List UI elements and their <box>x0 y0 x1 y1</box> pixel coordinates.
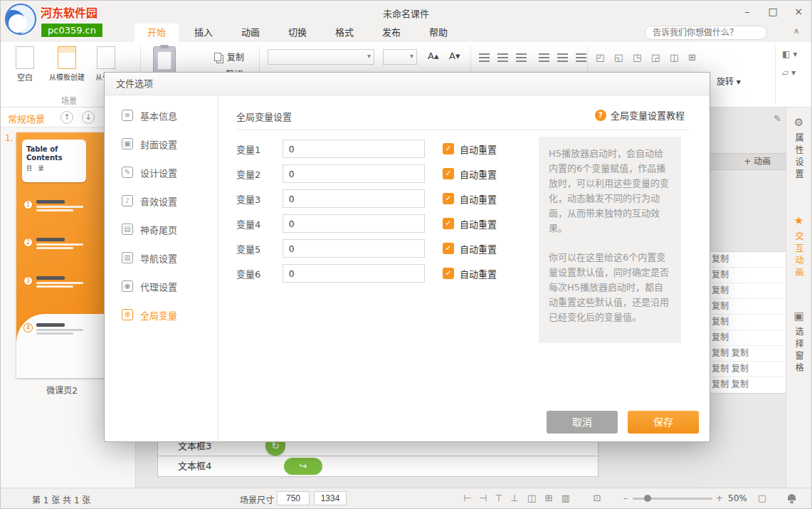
nav-magic-endpage[interactable]: ▤ 神奇尾页 <box>105 215 218 243</box>
preview-icon[interactable]: ⊡ <box>590 493 604 503</box>
paste-icon[interactable] <box>153 46 176 73</box>
grid-icon[interactable]: ▥ <box>559 493 573 503</box>
textbox-row[interactable]: 文本框4 <box>158 456 598 476</box>
fullscreen-icon[interactable]: ▢ <box>755 493 769 503</box>
tab-help[interactable]: 帮助 <box>416 23 460 42</box>
variable-5-input[interactable] <box>283 239 425 258</box>
outline-color-icon: ▱ <box>782 68 789 78</box>
nav-basic-info[interactable]: ≡ 基本信息 <box>105 101 218 130</box>
zoom-slider-handle[interactable] <box>644 495 651 502</box>
tab-format[interactable]: 格式 <box>322 23 367 42</box>
shrink-font-button[interactable]: A▾ <box>449 51 460 61</box>
align-objects-bottom-icon[interactable]: ◲ <box>651 52 660 63</box>
scenes-panel-title: 常规场景 <box>8 112 45 125</box>
tutorial-link[interactable]: ? 全局变量设置教程 <box>595 108 685 122</box>
nav-navigation-settings[interactable]: ▥ 导航设置 <box>105 243 218 272</box>
minimize-button[interactable]: – <box>734 1 760 23</box>
align-left-objects-icon[interactable]: ⊢ <box>460 493 475 503</box>
tab-insert[interactable]: 插入 <box>181 23 226 42</box>
move-scene-down-button[interactable]: ↓ <box>82 111 95 124</box>
distribute-horizontal-icon[interactable]: ◫ <box>670 52 678 63</box>
numbered-list-icon[interactable] <box>497 53 508 62</box>
align-right-objects-icon[interactable]: ⊣ <box>476 493 490 503</box>
variable-row: 变量1 ✓ 自动重置 <box>236 140 497 158</box>
selection-pane-button[interactable]: ▣ 选择窗格 <box>786 310 811 377</box>
auto-reset-checkbox[interactable]: ✓ <box>443 218 454 229</box>
scene-width-input[interactable] <box>277 491 310 505</box>
interaction-badge-pill[interactable]: ↪ <box>284 458 322 475</box>
align-objects-top-icon[interactable]: ◳ <box>633 52 641 63</box>
save-button[interactable]: 保存 <box>628 411 699 434</box>
move-scene-up-button[interactable]: ↑ <box>60 111 73 124</box>
center-horizontal-icon[interactable]: ◫ <box>524 493 539 503</box>
variable-row: 变量6 ✓ 自动重置 <box>236 264 497 283</box>
slide-thumbnail[interactable]: Table of Contents 目 录 1 2 3 4 <box>16 132 107 378</box>
scene-height-input[interactable] <box>314 491 347 505</box>
zoom-out-button[interactable]: – <box>618 493 633 503</box>
font-size-select[interactable]: ▾ <box>383 49 417 65</box>
tab-animation[interactable]: 动画 <box>228 23 273 42</box>
tab-transition[interactable]: 切换 <box>275 23 320 42</box>
navigation-icon: ▥ <box>122 252 133 263</box>
tab-home[interactable]: 开始 <box>135 23 179 42</box>
auto-reset-checkbox[interactable]: ✓ <box>443 268 454 279</box>
properties-panel-button[interactable]: ⚙ 属性设置 <box>786 116 811 184</box>
align-bottom-objects-icon[interactable]: ⊥ <box>507 493 522 503</box>
window-controls: – □ × <box>734 1 811 23</box>
cancel-button[interactable]: 取消 <box>547 411 618 434</box>
line-spacing-icon[interactable] <box>516 53 527 62</box>
distribute-vertical-icon[interactable]: ⊞ <box>688 52 696 63</box>
variable-3-input[interactable] <box>283 189 425 208</box>
nav-sound-settings[interactable]: ♪ 音效设置 <box>105 187 218 215</box>
ribbon-tab-bar: 开始 插入 动画 切换 格式 发布 帮助 ∧ <box>1 23 811 42</box>
rotate-button[interactable]: 旋转 ▾ <box>717 75 741 87</box>
ribbon-tabs: 开始 插入 动画 切换 格式 发布 帮助 <box>135 23 463 42</box>
nav-design-settings[interactable]: ✎ 设计设置 <box>105 158 218 187</box>
bullet-list-icon[interactable] <box>479 53 490 62</box>
close-button[interactable]: × <box>786 1 811 23</box>
maximize-button[interactable]: □ <box>760 1 786 23</box>
variable-1-input[interactable] <box>283 140 425 158</box>
align-right-icon[interactable] <box>576 53 586 62</box>
app-window: 未命名课件 – □ × 河东软件园 pc0359.cn 开始 插入 动画 切换 … <box>0 0 812 509</box>
copy-button[interactable]: 复制 <box>214 51 244 63</box>
new-from-template-button[interactable]: 从模板创建 <box>45 46 89 82</box>
font-family-select[interactable]: ▾ <box>268 49 374 65</box>
variable-2-input[interactable] <box>283 164 425 183</box>
info-icon: ≡ <box>122 110 133 121</box>
variable-4-input[interactable] <box>283 214 425 233</box>
align-left-icon[interactable] <box>539 53 549 62</box>
variable-rows: 变量1 ✓ 自动重置 变量2 ✓ 自动重置 变量3 ✓ 自动重置 <box>236 140 497 289</box>
slide-caption: 微课页2 <box>16 384 107 396</box>
dialog-content: 全局变量设置 ? 全局变量设置教程 变量1 ✓ 自动重置 变量2 ✓ 自动重置 <box>218 95 710 441</box>
divider <box>775 46 776 103</box>
align-top-objects-icon[interactable]: ⊤ <box>492 493 506 503</box>
fill-color-button[interactable]: ◧ ▾ <box>782 49 797 59</box>
tab-publish[interactable]: 发布 <box>369 23 413 42</box>
align-objects-right-icon[interactable]: ◱ <box>614 52 623 63</box>
auto-reset-checkbox[interactable]: ✓ <box>443 143 454 154</box>
thumbnail-item: 2 <box>23 238 83 251</box>
new-blank-scene-button[interactable]: 空白 <box>6 46 43 83</box>
edit-pencil-icon[interactable]: ✎ <box>774 113 781 124</box>
page-icon: ▤ <box>122 224 133 235</box>
align-objects-left-icon[interactable]: ◰ <box>596 52 604 63</box>
right-toolbar: ⚙ 属性设置 ★ 交互动画 ▣ 选择窗格 <box>786 107 811 488</box>
auto-reset-checkbox[interactable]: ✓ <box>443 168 454 179</box>
ribbon-search-input[interactable] <box>645 26 767 40</box>
nav-proxy-settings[interactable]: ◉ 代理设置 <box>105 272 218 300</box>
nav-cover-settings[interactable]: ▣ 封面设置 <box>105 130 218 158</box>
outline-color-button[interactable]: ▱ ▾ <box>782 68 796 78</box>
collapse-ribbon-icon[interactable]: ∧ <box>789 26 804 39</box>
zoom-in-button[interactable]: + <box>712 493 727 503</box>
variable-6-input[interactable] <box>283 264 425 283</box>
nav-global-variables[interactable]: ⊕ 全局变量 <box>105 300 218 329</box>
grow-font-button[interactable]: A▴ <box>428 51 438 61</box>
auto-reset-checkbox[interactable]: ✓ <box>443 243 454 254</box>
interactive-animation-button[interactable]: ★ 交互动画 <box>786 214 811 282</box>
notification-bell-icon[interactable] <box>788 494 796 500</box>
auto-reset-checkbox[interactable]: ✓ <box>443 193 454 204</box>
align-center-icon[interactable] <box>557 53 568 62</box>
center-vertical-icon[interactable]: ⊞ <box>542 493 556 503</box>
variable-row: 变量5 ✓ 自动重置 <box>236 239 497 258</box>
